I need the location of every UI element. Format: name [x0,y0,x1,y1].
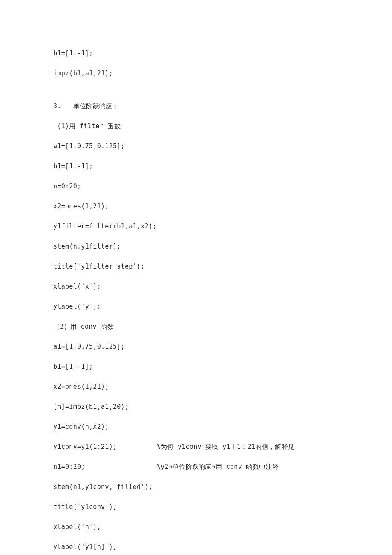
code-line: y1=conv(h,x2); [53,422,339,431]
heading-line: 3. 单位阶跃响应： [53,102,339,111]
code-line: ylabel('y'); [53,302,339,311]
code-line: xlabel('n'); [53,523,339,532]
code-line: y1conv=y1(1:21); %为何 y1conv 要取 y1中1：21的值… [53,442,339,451]
code-line: x2=ones(1,21); [53,382,339,391]
code-line: ylabel('y1[n]'); [53,543,339,552]
document-page: b1=[1,-1]; impz(b1,a1,21); 3. 单位阶跃响应： (1… [0,0,392,555]
blank-line [53,89,339,102]
code-line: n=0:20; [53,182,339,191]
code-line: xlabel('x'); [53,282,339,291]
code-line: n1=0:20; %y2➔单位阶跃响应➔用 conv 函数中注释 [53,462,339,471]
code-line: stem(n1,y1conv,'filled'); [53,483,339,491]
code-line: y1filter=filter(b1,a1,x2); [53,222,339,231]
code-line: title('y1conv'); [53,503,339,512]
code-line: [h]=impz(b1,a1,20); [53,402,339,411]
code-line: (1)用 filter 函数 [53,122,339,131]
code-line: stem(n,y1filter); [53,242,339,251]
code-line: a1=[1,0.75,0.125]; [53,342,339,351]
code-line: x2=ones(1,21); [53,202,339,211]
code-line: b1=[1,-1]; [53,49,339,58]
code-line: title('y1filter_step'); [53,262,339,271]
code-line: b1=[1,-1]; [53,362,339,371]
code-line: a1=[1,0.75,0.125]; [53,142,339,151]
code-line: （2）用 conv 函数 [53,322,339,331]
code-line: b1=[1,-1]; [53,162,339,171]
code-line: impz(b1,a1,21); [53,69,339,78]
